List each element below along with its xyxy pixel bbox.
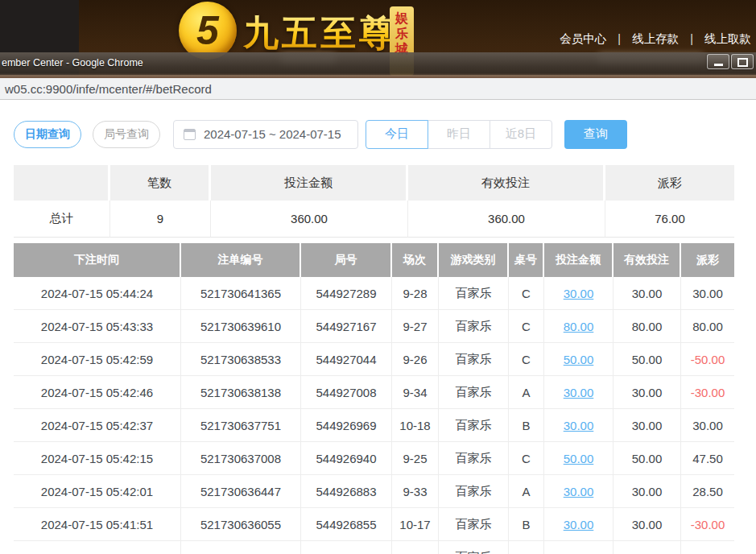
cell-valid-bet: 50.00 <box>613 343 681 376</box>
cell-order-id: 521730637751 <box>181 409 301 442</box>
header-payout: 派彩 <box>681 243 734 277</box>
cell-bet-amount: 30.00 <box>544 277 613 310</box>
bet-amount-link[interactable]: 30.00 <box>564 287 594 300</box>
quick-range-group: 今日 昨日 近8日 <box>366 120 552 149</box>
header-game-type: 游戏类别 <box>439 243 509 277</box>
nav-separator: | <box>618 32 621 45</box>
nav-online-deposit[interactable]: 线上存款 <box>632 32 679 45</box>
date-query-tab[interactable]: 日期查询 <box>14 121 81 148</box>
cell-table: A <box>509 376 544 409</box>
minimize-icon <box>714 64 723 66</box>
cell-round-id: 544927167 <box>301 310 392 343</box>
browser-titlebar[interactable]: ember Center - Google Chrome <box>0 52 756 78</box>
summary-header-bet-amount: 投注金额 <box>211 165 408 201</box>
header-round-id: 局号 <box>301 243 392 277</box>
header-table: 桌号 <box>509 243 544 277</box>
cell-payout: 80.00 <box>681 310 734 343</box>
summary-header-payout: 派彩 <box>605 165 734 201</box>
cell-bet-time: 2024-07-15 05:42:59 <box>14 343 181 376</box>
cell-bet-amount: 30.00 <box>544 475 613 508</box>
header-nav: 会员中心 | 线上存款 | 线上取款 <box>560 31 751 47</box>
browser-urlbar[interactable]: w05.cc:9900/infe/mcenter/#/betRecord <box>0 78 756 100</box>
cell-valid-bet: 30.00 <box>613 376 681 409</box>
summary-header-row: 笔数 投注金额 有效投注 派彩 <box>14 165 734 201</box>
table-row: 2024-07-15 05:42:37521730637751544926969… <box>14 409 734 442</box>
cell-payout: -50.00 <box>681 343 734 376</box>
nav-online-withdraw[interactable]: 线上取款 <box>704 32 751 45</box>
bet-amount-link[interactable]: 50.00 <box>564 452 594 465</box>
logo-number: 5 <box>196 7 219 54</box>
screen: 5 九五至尊 娱 乐 城 会员中心 | 线上存款 | 线上取款 ember Ce… <box>0 0 756 554</box>
page-content: 日期查询 局号查询 2024-07-15 ~ 2024-07-15 今日 昨日 … <box>0 100 756 554</box>
cell-bet-amount: 50.00 <box>544 442 613 475</box>
site-logo-icon: 5 <box>179 2 237 60</box>
date-range-value: 2024-07-15 ~ 2024-07-15 <box>204 127 341 141</box>
cell-bet-time: 2024-07-15 05:44:24 <box>14 277 181 310</box>
cell-bet-time: 2024-07-15 05:42:15 <box>14 442 181 475</box>
cell-valid-bet: 30.00 <box>613 475 681 508</box>
round-query-tab[interactable]: 局号查询 <box>93 121 160 148</box>
cell-round-id: 544926855 <box>301 508 392 541</box>
table-row: 2024-07-15 05:42:15521730637008544926940… <box>14 442 734 475</box>
maximize-button[interactable] <box>731 54 754 69</box>
cell-session: 9-25 <box>392 442 439 475</box>
cell-payout: 28.50 <box>681 475 734 508</box>
bet-amount-link[interactable]: 30.00 <box>564 518 594 531</box>
cell-bet-time: 2024-07-15 05:42:46 <box>14 376 181 409</box>
cell-bet-amount: 50.00 <box>544 343 613 376</box>
yesterday-button[interactable]: 昨日 <box>428 120 490 149</box>
badge-char: 娱 <box>390 10 414 26</box>
cell-valid-bet: 50.00 <box>613 442 681 475</box>
cell-payout: -30.00 <box>681 508 734 541</box>
cell-table: C <box>509 541 544 554</box>
calendar-icon <box>184 129 196 140</box>
date-range-input[interactable]: 2024-07-15 ~ 2024-07-15 <box>173 120 358 149</box>
cell-game-type: 百家乐 <box>439 277 509 310</box>
cell-valid-bet: 30.00 <box>613 409 681 442</box>
cell-table: C <box>509 343 544 376</box>
summary-count-value: 9 <box>110 201 211 238</box>
url-text[interactable]: w05.cc:9900/infe/mcenter/#/betRecord <box>5 82 212 96</box>
cell-bet-time: 2024-07-15 05:41:51 <box>14 508 181 541</box>
cell-game-type: 百家乐 <box>439 310 509 343</box>
cell-bet-amount: 80.00 <box>544 310 613 343</box>
cell-valid-bet: 30.00 <box>613 541 681 554</box>
cell-round-id: 544926839 <box>301 541 392 554</box>
cell-game-type: 百家乐 <box>439 376 509 409</box>
bet-amount-link[interactable]: 30.00 <box>564 551 594 554</box>
bet-record-table: 下注时间 注单编号 局号 场次 游戏类别 桌号 投注金额 有效投注 派彩 202… <box>14 243 734 554</box>
bet-amount-link[interactable]: 30.00 <box>564 419 594 432</box>
cell-game-type: 百家乐 <box>439 475 509 508</box>
cell-game-type: 百家乐 <box>439 541 509 554</box>
today-button[interactable]: 今日 <box>366 120 428 149</box>
summary-payout-value: 76.00 <box>605 201 734 238</box>
search-button[interactable]: 查询 <box>564 120 627 149</box>
cell-payout: -30.00 <box>681 541 734 554</box>
cell-session: 9-33 <box>392 475 439 508</box>
window-title: ember Center - Google Chrome <box>2 57 143 68</box>
cell-game-type: 百家乐 <box>439 508 509 541</box>
summary-valid-bet-value: 360.00 <box>408 201 605 238</box>
cell-payout: -30.00 <box>681 376 734 409</box>
cell-order-id: 521730641365 <box>181 277 301 310</box>
cell-order-id: 521730635859 <box>181 541 301 554</box>
cell-table: A <box>509 475 544 508</box>
cell-session: 9-28 <box>392 277 439 310</box>
nav-member-center[interactable]: 会员中心 <box>560 32 606 45</box>
bet-amount-link[interactable]: 50.00 <box>564 353 594 366</box>
cell-round-id: 544927008 <box>301 376 392 409</box>
cell-session: 9-27 <box>392 310 439 343</box>
cell-bet-time: 2024-07-15 05:43:33 <box>14 310 181 343</box>
cell-table: C <box>509 277 544 310</box>
minimize-button[interactable] <box>707 54 729 69</box>
bet-amount-link[interactable]: 30.00 <box>564 386 594 399</box>
cell-session: 10-18 <box>392 409 439 442</box>
bet-amount-link[interactable]: 30.00 <box>564 485 594 498</box>
cell-bet-amount: 30.00 <box>544 409 613 442</box>
cell-order-id: 521730636055 <box>181 508 301 541</box>
table-row: 2024-07-15 05:43:33521730639610544927167… <box>14 310 734 343</box>
cell-valid-bet: 80.00 <box>613 310 681 343</box>
last-8-days-button[interactable]: 近8日 <box>490 120 552 149</box>
bet-table-body: 2024-07-15 05:44:24521730641365544927289… <box>14 277 734 554</box>
bet-amount-link[interactable]: 80.00 <box>564 320 594 333</box>
